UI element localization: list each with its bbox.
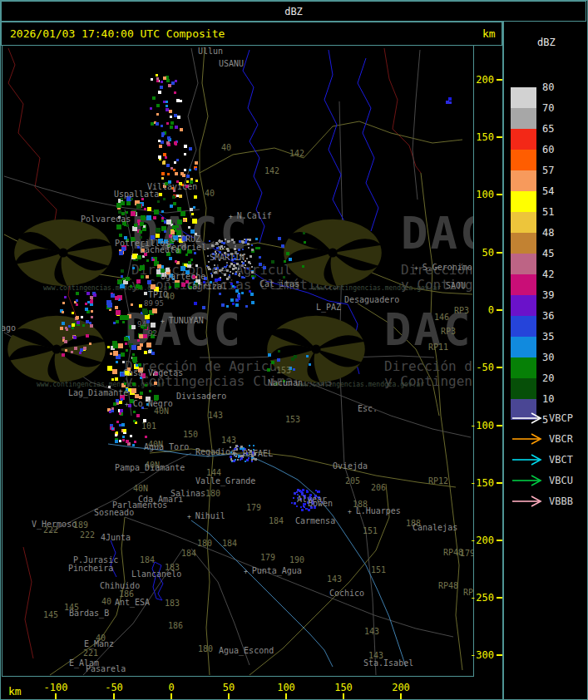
echo-pixel xyxy=(146,259,149,262)
radar-map: DACCDirección de Agriculturay Contingenc… xyxy=(0,0,588,700)
echo-pixel xyxy=(233,264,235,267)
echo-pixel xyxy=(151,323,156,328)
echo-pixel xyxy=(119,440,121,442)
map-line xyxy=(308,382,471,437)
echo-pixel xyxy=(176,225,179,228)
echo-pixel xyxy=(177,219,182,224)
echo-pixel xyxy=(79,352,82,354)
echo-pixel xyxy=(137,255,141,259)
bottom-axis-tick xyxy=(55,693,57,699)
echo-pixel xyxy=(244,239,245,240)
echo-pixel xyxy=(207,266,210,269)
echo-pixel xyxy=(166,105,168,107)
echo-pixel xyxy=(73,336,77,339)
echo-pixel xyxy=(85,308,88,311)
map-place-label: RP48 xyxy=(438,582,458,590)
map-place-label: Nacunan xyxy=(268,379,303,387)
echo-pixel xyxy=(145,436,147,438)
echo-pixel xyxy=(72,312,74,314)
map-place-label: RP3 xyxy=(441,328,456,336)
echo-pixel xyxy=(303,232,305,234)
echo-pixel xyxy=(235,271,237,273)
echo-pixel xyxy=(116,203,121,208)
map-place-label: 184 xyxy=(181,550,196,558)
echo-pixel xyxy=(232,285,235,288)
dacc-leaf-logo xyxy=(10,218,116,288)
map-place-label: Uspallata xyxy=(114,190,159,199)
echo-pixel xyxy=(247,239,249,240)
echo-pixel xyxy=(166,79,170,82)
echo-pixel xyxy=(180,128,183,131)
echo-pixel xyxy=(132,382,136,386)
echo-pixel xyxy=(230,271,231,273)
echo-pixel xyxy=(111,407,114,410)
echo-pixel xyxy=(194,302,197,305)
echo-pixel xyxy=(90,296,93,299)
echo-pixel xyxy=(302,265,304,268)
echo-pixel xyxy=(112,369,117,374)
map-place-label: N.Calif xyxy=(229,212,272,221)
echo-pixel xyxy=(115,306,118,309)
dbz-band xyxy=(511,191,536,212)
map-place-label: RP11 xyxy=(428,343,448,352)
echo-pixel xyxy=(278,237,281,240)
echo-pixel xyxy=(122,439,125,441)
dacc-leaf-logo xyxy=(279,218,386,288)
map-place-label: 151 xyxy=(371,566,386,574)
bottom-axis-tick xyxy=(113,693,115,699)
map-place-label: 146 xyxy=(434,313,449,322)
echo-pixel xyxy=(159,193,162,196)
echo-pixel xyxy=(241,292,244,294)
echo-pixel xyxy=(131,388,136,393)
echo-pixel xyxy=(183,219,186,222)
map-place-label: Nihuil xyxy=(187,512,225,521)
vbcr-arrow-icon xyxy=(509,432,544,446)
echo-pixel xyxy=(189,147,192,150)
echo-pixel xyxy=(83,347,86,350)
echo-pixel xyxy=(115,296,119,300)
map-place-label: Pampa_Diamante xyxy=(115,464,185,472)
vector-legend-label: VBCT xyxy=(549,455,573,465)
echo-pixel xyxy=(146,275,149,279)
echo-pixel xyxy=(184,145,187,148)
echo-pixel xyxy=(170,121,174,125)
bottom-axis-tick-label: 150 xyxy=(327,683,360,693)
echo-pixel xyxy=(86,320,89,323)
map-line xyxy=(200,121,462,173)
map-place-label: 94 xyxy=(137,320,146,328)
right-axis-tick-label: -100 xyxy=(466,421,494,431)
echo-pixel xyxy=(77,321,80,324)
echo-pixel xyxy=(146,343,151,348)
echo-pixel xyxy=(91,310,93,313)
echo-pixel xyxy=(289,258,292,261)
echo-pixel xyxy=(151,78,153,81)
echo-pixel xyxy=(194,195,197,199)
dbz-band xyxy=(511,150,536,170)
echo-pixel xyxy=(135,200,138,204)
echo-pixel xyxy=(116,421,119,423)
right-axis-tick xyxy=(497,425,502,426)
echo-pixel xyxy=(234,248,236,250)
echo-pixel xyxy=(176,159,179,161)
echo-pixel xyxy=(126,349,128,352)
echo-pixel xyxy=(146,320,150,323)
echo-pixel xyxy=(232,273,234,274)
echo-pixel xyxy=(170,116,172,118)
map-place-label: Desaguadero xyxy=(344,296,399,304)
dbz-band-label: 39 xyxy=(542,290,567,300)
echo-pixel xyxy=(144,208,146,210)
echo-pixel xyxy=(175,229,177,232)
echo-pixel xyxy=(121,398,123,401)
right-axis-tick xyxy=(497,367,502,368)
bottom-axis-tick xyxy=(285,693,287,699)
echo-pixel xyxy=(132,254,137,259)
echo-pixel xyxy=(153,216,156,219)
echo-pixel xyxy=(294,502,296,505)
echo-pixel xyxy=(156,122,159,126)
echo-pixel xyxy=(119,251,123,255)
echo-pixel xyxy=(237,459,239,461)
echo-pixel xyxy=(133,411,136,413)
echo-pixel xyxy=(122,361,125,363)
echo-pixel xyxy=(122,436,125,438)
map-place-label: 206 xyxy=(371,484,386,492)
